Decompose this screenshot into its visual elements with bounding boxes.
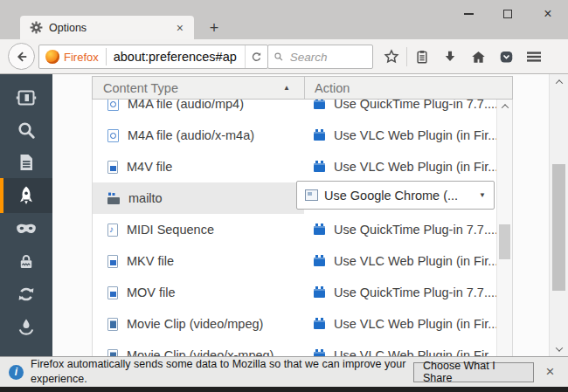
search-icon (274, 51, 284, 63)
sidebar-item-privacy[interactable] (0, 213, 52, 245)
sidebar-item-general[interactable] (0, 81, 52, 113)
list-scrollbar-thumb[interactable] (499, 224, 510, 259)
content-type-list: M4A file (audio/mp4)Use QuickTime Plug-i… (92, 100, 513, 356)
plugin-brick-icon (314, 163, 325, 172)
sidebar-item-advanced[interactable] (0, 310, 52, 342)
security-lock-icon (16, 251, 37, 272)
back-button[interactable] (8, 43, 35, 70)
table-header: Content Type ▲ Action (92, 76, 513, 100)
table-row[interactable]: MIDI SequenceUse QuickTime Plug-in 7.7..… (93, 214, 496, 245)
bookmark-star-button[interactable] (378, 44, 405, 70)
table-rows: M4A file (audio/mp4)Use QuickTime Plug-i… (93, 100, 496, 356)
tab-options[interactable]: Options × (20, 16, 194, 39)
content-type-label: MOV file (127, 285, 176, 299)
category-sidebar (0, 74, 52, 356)
column-header-action[interactable]: Action (304, 77, 512, 99)
notification-message: Firefox automatically sends some data to… (31, 357, 413, 387)
table-row[interactable]: mailtoUse Google Chrome (...▼ (93, 182, 496, 214)
video-file-icon (107, 161, 118, 174)
list-scrollbar[interactable] (496, 100, 512, 356)
table-row[interactable]: M4V fileUse VLC Web Plugin (in Fir... (93, 151, 496, 182)
action-cell: Use VLC Web Plugin (in Fir... (304, 340, 496, 356)
plugin-brick-icon (314, 132, 325, 141)
downloads-button[interactable] (436, 44, 464, 70)
url-separator (106, 48, 107, 65)
advanced-icon (16, 316, 37, 337)
url-bar[interactable]: Firefox about:preferences#ap (38, 45, 268, 69)
action-cell: Use VLC Web Plugin (in Fir... (304, 308, 496, 340)
content-type-cell: MKV file (93, 245, 304, 277)
action-label: Use QuickTime Plug-in 7.7.... (334, 223, 496, 237)
sort-ascending-icon: ▲ (283, 84, 290, 92)
applications-table: Content Type ▲ Action M4A file (audio/mp… (92, 76, 513, 356)
audio-file-icon (107, 100, 119, 111)
content-type-label: Movie Clip (video/x-mpeg) (127, 348, 274, 356)
content-type-label: M4A file (audio/mp4) (128, 100, 244, 111)
search-input[interactable] (288, 50, 367, 65)
action-dropdown[interactable]: Use Google Chrome (...▼ (296, 181, 495, 210)
film-file-icon (107, 349, 118, 357)
app-window-icon (305, 189, 318, 201)
table-row[interactable]: Movie Clip (video/mpeg)Use VLC Web Plugi… (93, 308, 496, 340)
table-row[interactable]: MKV fileUse VLC Web Plugin (in Fir... (93, 245, 496, 277)
table-row[interactable]: M4A file (audio/mp4)Use QuickTime Plug-i… (93, 100, 496, 120)
new-tab-button[interactable]: + (203, 17, 225, 38)
video-file-icon (107, 286, 118, 299)
table-row[interactable]: M4A file (audio/x-m4a)Use VLC Web Plugin… (93, 120, 496, 151)
reload-button[interactable] (245, 45, 267, 68)
action-cell: Use QuickTime Plug-in 7.7.... (304, 100, 496, 120)
video-file-icon (107, 255, 118, 268)
search-box[interactable] (267, 45, 373, 69)
bookmarks-clipboard-button[interactable] (408, 44, 436, 70)
home-button[interactable] (464, 44, 492, 70)
content-type-cell: M4V file (93, 151, 304, 182)
page-scrollbar[interactable] (549, 74, 568, 356)
sidebar-item-content[interactable] (0, 146, 52, 178)
content-type-label: MIDI Sequence (127, 223, 214, 237)
column-header-content-type[interactable]: Content Type ▲ (93, 77, 304, 99)
page-scroll-down-button[interactable] (550, 341, 568, 356)
pocket-button[interactable] (492, 44, 520, 70)
tab-title: Options (49, 22, 173, 34)
sidebar-item-applications[interactable] (0, 178, 52, 213)
sidebar-item-security[interactable] (0, 245, 52, 278)
plugin-brick-icon (314, 289, 325, 298)
table-row[interactable]: Movie Clip (video/x-mpeg)Use VLC Web Plu… (93, 340, 496, 356)
window-maximize-button[interactable] (493, 3, 523, 24)
action-label: Use VLC Web Plugin (in Fir... (334, 254, 496, 268)
search-icon (16, 120, 37, 141)
maximize-icon (503, 10, 512, 18)
sidebar-item-sync[interactable] (0, 278, 52, 310)
tab-close-icon[interactable]: × (173, 22, 187, 34)
menu-button[interactable] (520, 44, 548, 70)
content-type-label: mailto (128, 191, 163, 205)
pocket-icon (498, 49, 515, 65)
action-label: Use VLC Web Plugin (in Fir... (334, 160, 496, 174)
page-scrollbar-thumb[interactable] (552, 164, 565, 291)
content-type-label: M4A file (audio/x-m4a) (128, 128, 254, 142)
page-scroll-up-button[interactable] (550, 74, 568, 89)
window-close-button[interactable]: × (533, 3, 563, 24)
url-brand-label: Firefox (64, 51, 99, 64)
privacy-mask-icon (15, 220, 38, 239)
table-row[interactable]: MOV fileUse QuickTime Plug-in 7.7.... (93, 277, 496, 308)
titlebar: Options × + × (0, 0, 568, 39)
sidebar-item-search[interactable] (0, 113, 52, 146)
url-text[interactable]: about:preferences#ap (114, 50, 245, 64)
home-icon (470, 49, 487, 65)
notification-close-icon[interactable]: × (539, 361, 561, 382)
choose-what-i-share-button[interactable]: Choose What I Share (413, 362, 534, 382)
action-cell: Use VLC Web Plugin (in Fir... (304, 151, 496, 182)
midi-file-icon (107, 224, 118, 237)
audio-file-icon (107, 129, 119, 142)
window-minimize-button[interactable] (454, 3, 483, 24)
list-scroll-up-button[interactable] (497, 100, 512, 113)
action-label: Use QuickTime Plug-in 7.7.... (334, 285, 496, 299)
plugin-brick-icon (314, 258, 325, 266)
mailto-app-icon (107, 197, 120, 204)
bookmarks-clipboard-icon (414, 48, 430, 65)
content-type-label: M4V file (127, 160, 172, 174)
action-cell: Use VLC Web Plugin (in Fir... (304, 120, 496, 151)
content-type-label: Movie Clip (video/mpeg) (127, 317, 263, 331)
content-type-cell: Movie Clip (video/mpeg) (93, 308, 304, 340)
